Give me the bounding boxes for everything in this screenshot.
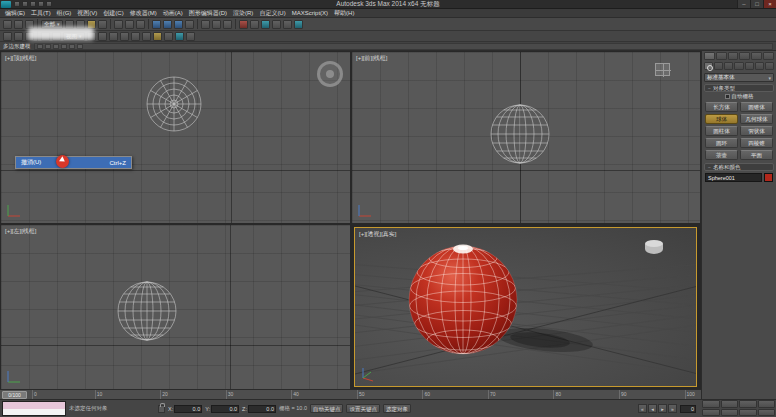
time-slider-handle[interactable]: 0/100	[2, 391, 27, 399]
viewport-perspective[interactable]: [+][透视][真实]	[354, 227, 697, 387]
play-animation-icon[interactable]	[658, 404, 667, 413]
menu-item[interactable]: 自定义(U)	[256, 9, 288, 18]
select-move-icon[interactable]	[114, 20, 123, 29]
field-of-view-icon[interactable]	[702, 409, 720, 417]
maximize-viewport-icon[interactable]	[758, 409, 776, 417]
menu-item[interactable]: MAXScript(X)	[289, 9, 331, 18]
go-to-start-icon[interactable]	[638, 404, 647, 413]
primitive-button[interactable]: 长方体	[705, 102, 738, 112]
sphere-object-left-view[interactable]	[116, 280, 178, 342]
angle-snap-icon[interactable]	[163, 20, 172, 29]
align-tool-icon[interactable]	[120, 32, 129, 41]
sphere-object-top-view[interactable]	[144, 74, 204, 134]
select-manipulate-icon[interactable]	[14, 32, 23, 41]
zoom-extents-all-icon[interactable]	[758, 400, 776, 408]
render-iterative-icon[interactable]	[186, 32, 195, 41]
maximize-button[interactable]	[750, 0, 763, 8]
layer-explorer-icon[interactable]	[142, 32, 151, 41]
minimize-button[interactable]	[737, 0, 750, 8]
timeline-tick[interactable]: 100	[685, 390, 695, 399]
timeline-tick[interactable]: 10	[95, 390, 103, 399]
menu-item[interactable]: 视图(V)	[74, 9, 100, 18]
select-scale-icon[interactable]	[136, 20, 145, 29]
category-cameras-icon[interactable]	[734, 62, 743, 70]
autogrid-checkbox[interactable]	[725, 94, 730, 99]
render-setup-icon[interactable]	[272, 20, 281, 29]
tab-hierarchy-icon[interactable]	[728, 52, 739, 60]
orbit-icon[interactable]	[739, 409, 757, 417]
viewcube-grid-icon[interactable]	[655, 63, 670, 76]
category-spacewarps-icon[interactable]	[755, 62, 764, 70]
ribbon-icon[interactable]	[77, 44, 83, 49]
render-production-icon[interactable]	[294, 20, 303, 29]
pan-icon[interactable]	[721, 409, 739, 417]
menu-item[interactable]: 工具(T)	[28, 9, 54, 18]
ribbon-icon[interactable]	[45, 44, 51, 49]
timeline-tick[interactable]: 90	[619, 390, 627, 399]
timeline-tick[interactable]: 40	[291, 390, 299, 399]
ribbon-panel-label[interactable]: 多边形建模	[3, 43, 31, 50]
select-rotate-icon[interactable]	[125, 20, 134, 29]
viewport-left[interactable]: [+][左][线框]	[1, 225, 350, 389]
dope-sheet-icon[interactable]	[164, 32, 173, 41]
rendered-frame-icon[interactable]	[283, 20, 292, 29]
coord-input[interactable]: 0.0	[248, 405, 276, 413]
timeline-tick[interactable]: 70	[488, 390, 496, 399]
listener-script-row[interactable]	[3, 409, 65, 416]
set-key-button[interactable]: 设置关键点	[346, 404, 380, 413]
mirror-icon[interactable]	[201, 20, 210, 29]
viewport-perspective-label[interactable]: [+][透视][真实]	[359, 230, 397, 239]
snap-toggle-icon[interactable]	[152, 20, 161, 29]
object-color-swatch[interactable]	[764, 173, 773, 182]
coord-input[interactable]: 0.0	[174, 405, 202, 413]
viewport-top-label[interactable]: [+][顶][线框]	[5, 54, 37, 63]
curve-editor-icon[interactable]	[239, 20, 248, 29]
selected-filter-dropdown[interactable]: 选定对象	[383, 404, 411, 413]
save-file-icon[interactable]	[30, 1, 36, 7]
timeline[interactable]: 0102030405060708090100 0/100	[0, 389, 701, 399]
unlink-icon[interactable]	[14, 20, 23, 29]
viewport-left-label[interactable]: [+][左][线框]	[5, 227, 37, 236]
ribbon-toggle-icon[interactable]	[153, 32, 162, 41]
close-button[interactable]	[763, 0, 776, 8]
primitive-button[interactable]: 圆锥体	[740, 102, 773, 112]
ribbon-icon[interactable]	[61, 44, 67, 49]
timeline-tick[interactable]: 20	[160, 390, 168, 399]
percent-snap-icon[interactable]	[174, 20, 183, 29]
category-geometry-icon[interactable]	[704, 62, 713, 70]
mirror-tool-icon[interactable]	[109, 32, 118, 41]
primitive-button[interactable]: 圆环	[705, 138, 738, 148]
3ds-max-logo[interactable]	[1, 1, 11, 8]
context-menu-item-undo[interactable]: 撤消(U) Ctrl+Z	[16, 157, 131, 168]
category-systems-icon[interactable]	[765, 62, 774, 70]
primitive-button[interactable]: 几何球体	[740, 114, 773, 124]
menu-item[interactable]: 帮助(H)	[331, 9, 357, 18]
category-shapes-icon[interactable]	[714, 62, 723, 70]
primitive-button[interactable]: 管状体	[740, 126, 773, 136]
timeline-tick[interactable]: 80	[553, 390, 561, 399]
menu-item[interactable]: 创建(C)	[100, 9, 126, 18]
coord-input[interactable]: 0.0	[211, 405, 239, 413]
current-frame-field[interactable]: 0	[680, 405, 696, 413]
timeline-tick[interactable]: 30	[226, 390, 234, 399]
category-lights-icon[interactable]	[724, 62, 733, 70]
object-type-rollout[interactable]: 对象类型	[704, 84, 774, 92]
menu-item[interactable]: 渲染(R)	[230, 9, 256, 18]
menu-item[interactable]: 动画(A)	[160, 9, 186, 18]
primitive-button[interactable]: 四棱锥	[740, 138, 773, 148]
ribbon-icon[interactable]	[37, 44, 43, 49]
tab-create-icon[interactable]	[704, 52, 715, 60]
new-scene-icon[interactable]	[14, 1, 20, 7]
tab-modify-icon[interactable]	[716, 52, 727, 60]
menu-item[interactable]: 图形编辑器(D)	[186, 9, 230, 18]
menu-item[interactable]: 编辑(E)	[2, 9, 28, 18]
name-color-rollout[interactable]: 名称和颜色	[704, 163, 774, 171]
timeline-tick[interactable]: 50	[357, 390, 365, 399]
scene-explorer-icon[interactable]	[131, 32, 140, 41]
tab-utilities-icon[interactable]	[763, 52, 774, 60]
material-editor-icon[interactable]	[261, 20, 270, 29]
undo-icon[interactable]	[38, 1, 44, 7]
tab-display-icon[interactable]	[751, 52, 762, 60]
auto-key-button[interactable]: 自动关键点	[310, 404, 344, 413]
layer-manager-icon[interactable]	[223, 20, 232, 29]
